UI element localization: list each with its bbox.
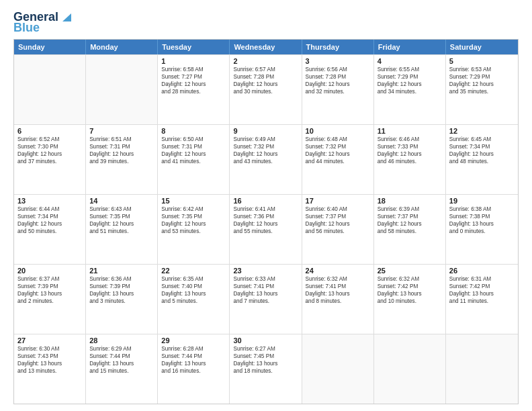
cell-info-line: and 34 minutes. xyxy=(378,88,442,95)
day-number: 5 xyxy=(449,57,515,65)
day-number: 16 xyxy=(233,197,298,205)
cell-info-line: Sunrise: 6:43 AM xyxy=(89,205,154,213)
cell-info-line: Sunset: 7:32 PM xyxy=(306,143,370,150)
cell-info-line: Sunset: 7:29 PM xyxy=(449,73,515,81)
calendar-cell: 6Sunrise: 6:52 AMSunset: 7:30 PMDaylight… xyxy=(14,125,86,194)
cell-info-line: Sunset: 7:27 PM xyxy=(161,73,226,81)
cell-info-line: and 44 minutes. xyxy=(306,158,370,165)
cell-info-line: Daylight: 13 hours xyxy=(449,290,515,298)
calendar-cell: 7Sunrise: 6:51 AMSunset: 7:31 PMDaylight… xyxy=(86,125,158,194)
cell-info-line: Sunrise: 6:33 AM xyxy=(233,275,298,283)
cell-info-line: Sunrise: 6:38 AM xyxy=(449,205,515,213)
cell-info-line: Sunrise: 6:31 AM xyxy=(449,275,515,283)
cell-info-line: Sunset: 7:36 PM xyxy=(233,213,298,220)
calendar-cell xyxy=(302,334,374,404)
cell-info-line: Sunset: 7:30 PM xyxy=(17,143,82,150)
cell-info-line: Sunset: 7:42 PM xyxy=(378,283,442,290)
calendar-cell: 20Sunrise: 6:37 AMSunset: 7:39 PMDayligh… xyxy=(14,265,86,334)
day-number: 10 xyxy=(306,127,370,135)
day-number: 23 xyxy=(233,267,298,275)
calendar-cell: 14Sunrise: 6:43 AMSunset: 7:35 PMDayligh… xyxy=(86,195,158,264)
cell-info-line: Daylight: 12 hours xyxy=(378,150,442,158)
calendar-cell: 11Sunrise: 6:46 AMSunset: 7:33 PMDayligh… xyxy=(374,125,446,194)
calendar-cell: 17Sunrise: 6:40 AMSunset: 7:37 PMDayligh… xyxy=(302,195,374,264)
cell-info-line: Daylight: 12 hours xyxy=(449,150,515,158)
cell-info-line: Sunrise: 6:57 AM xyxy=(233,66,298,73)
cell-info-line: Sunrise: 6:50 AM xyxy=(161,136,226,143)
cell-info-line: Sunset: 7:28 PM xyxy=(306,73,370,81)
calendar-cell: 29Sunrise: 6:28 AMSunset: 7:44 PMDayligh… xyxy=(158,334,230,404)
day-number: 15 xyxy=(161,197,226,205)
cell-info-line: Sunset: 7:32 PM xyxy=(233,143,298,150)
cell-info-line: Daylight: 12 hours xyxy=(233,220,298,228)
cell-info-line: Daylight: 13 hours xyxy=(233,290,298,298)
day-number: 6 xyxy=(17,127,82,135)
cell-info-line: Sunset: 7:39 PM xyxy=(89,283,154,290)
cell-info-line: Sunrise: 6:32 AM xyxy=(306,275,370,283)
calendar-cell xyxy=(14,55,86,124)
day-number: 18 xyxy=(378,197,442,205)
cell-info-line: Daylight: 13 hours xyxy=(89,360,154,367)
day-number: 29 xyxy=(161,336,226,345)
calendar-row: 13Sunrise: 6:44 AMSunset: 7:34 PMDayligh… xyxy=(14,194,518,264)
calendar-cell: 21Sunrise: 6:36 AMSunset: 7:39 PMDayligh… xyxy=(86,265,158,334)
cell-info-line: Sunrise: 6:51 AM xyxy=(89,136,154,143)
cell-info-line: and 50 minutes. xyxy=(17,228,82,235)
cell-info-line: Daylight: 12 hours xyxy=(17,150,82,158)
logo-blue: Blue xyxy=(13,21,40,34)
day-number: 11 xyxy=(378,127,442,135)
cell-info-line: and 8 minutes. xyxy=(306,298,370,305)
header: General Blue xyxy=(13,11,519,34)
cell-info-line: Sunset: 7:43 PM xyxy=(17,353,82,360)
cell-info-line: Sunrise: 6:29 AM xyxy=(89,345,154,353)
cell-info-line: Daylight: 12 hours xyxy=(306,81,370,88)
calendar-cell: 24Sunrise: 6:32 AMSunset: 7:41 PMDayligh… xyxy=(302,265,374,334)
calendar-header-day: Monday xyxy=(86,40,158,54)
cell-info-line: Daylight: 13 hours xyxy=(449,220,515,228)
calendar-cell: 2Sunrise: 6:57 AMSunset: 7:28 PMDaylight… xyxy=(230,55,302,124)
cell-info-line: Sunrise: 6:53 AM xyxy=(449,66,515,73)
cell-info-line: Sunrise: 6:44 AM xyxy=(17,205,82,213)
calendar-header-day: Friday xyxy=(374,40,446,54)
calendar-cell: 27Sunrise: 6:30 AMSunset: 7:43 PMDayligh… xyxy=(14,334,86,404)
calendar-cell: 28Sunrise: 6:29 AMSunset: 7:44 PMDayligh… xyxy=(86,334,158,404)
day-number: 7 xyxy=(89,127,154,135)
day-number: 2 xyxy=(233,57,298,65)
calendar-header-day: Thursday xyxy=(302,40,374,54)
cell-info-line: Daylight: 12 hours xyxy=(378,81,442,88)
cell-info-line: Sunrise: 6:55 AM xyxy=(378,66,442,73)
cell-info-line: and 7 minutes. xyxy=(233,298,298,305)
cell-info-line: and 15 minutes. xyxy=(89,367,154,375)
calendar-cell: 8Sunrise: 6:50 AMSunset: 7:31 PMDaylight… xyxy=(158,125,230,194)
cell-info-line: Sunset: 7:45 PM xyxy=(233,353,298,360)
cell-info-line: and 10 minutes. xyxy=(378,298,442,305)
cell-info-line: Daylight: 12 hours xyxy=(161,81,226,88)
calendar-row: 6Sunrise: 6:52 AMSunset: 7:30 PMDaylight… xyxy=(14,124,518,194)
cell-info-line: Sunset: 7:33 PM xyxy=(378,143,442,150)
cell-info-line: and 58 minutes. xyxy=(378,228,442,235)
day-number: 27 xyxy=(17,336,82,345)
calendar-cell xyxy=(374,334,446,404)
cell-info-line: Sunrise: 6:41 AM xyxy=(233,205,298,213)
day-number: 24 xyxy=(306,267,370,275)
cell-info-line: Daylight: 12 hours xyxy=(233,150,298,158)
calendar-cell xyxy=(446,334,518,404)
day-number: 14 xyxy=(89,197,154,205)
day-number: 26 xyxy=(449,267,515,275)
cell-info-line: Daylight: 13 hours xyxy=(233,360,298,367)
calendar-cell: 5Sunrise: 6:53 AMSunset: 7:29 PMDaylight… xyxy=(446,55,518,124)
calendar-body: 1Sunrise: 6:58 AMSunset: 7:27 PMDaylight… xyxy=(14,54,518,404)
cell-info-line: and 46 minutes. xyxy=(378,158,442,165)
cell-info-line: Sunrise: 6:42 AM xyxy=(161,205,226,213)
cell-info-line: Sunset: 7:29 PM xyxy=(378,73,442,81)
cell-info-line: Sunset: 7:39 PM xyxy=(17,283,82,290)
cell-info-line: Daylight: 12 hours xyxy=(161,220,226,228)
calendar-row: 1Sunrise: 6:58 AMSunset: 7:27 PMDaylight… xyxy=(14,54,518,124)
cell-info-line: Daylight: 12 hours xyxy=(233,81,298,88)
cell-info-line: Sunrise: 6:40 AM xyxy=(306,205,370,213)
cell-info-line: Sunrise: 6:52 AM xyxy=(17,136,82,143)
calendar-cell: 12Sunrise: 6:45 AMSunset: 7:34 PMDayligh… xyxy=(446,125,518,194)
cell-info-line: and 32 minutes. xyxy=(306,88,370,95)
cell-info-line: Sunrise: 6:28 AM xyxy=(161,345,226,353)
calendar-row: 27Sunrise: 6:30 AMSunset: 7:43 PMDayligh… xyxy=(14,334,518,404)
